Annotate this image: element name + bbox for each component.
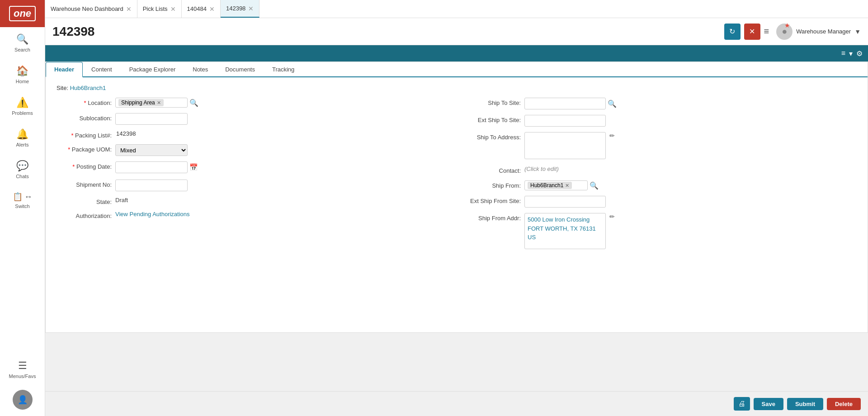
calendar-button[interactable]: 📅 bbox=[189, 163, 198, 171]
tab-142398-close[interactable]: ✕ bbox=[248, 5, 254, 12]
ship-from-addr-box[interactable]: 5000 Low Iron Crossing FORT WORTH, TX 76… bbox=[524, 213, 606, 249]
menu-icon: ☰ bbox=[18, 360, 27, 372]
main-content: Warehouse Neo Dashboard ✕ Pick Lists ✕ 1… bbox=[45, 0, 868, 416]
sidebar-item-home[interactable]: 🏠 Home bbox=[0, 59, 45, 90]
form-section-right: Ship To Site: 🔍 Ext Ship To Site: bbox=[466, 98, 857, 255]
shipment-no-label: Shipment No: bbox=[57, 180, 115, 188]
sublocation-input[interactable] bbox=[115, 113, 188, 125]
switch-icon1: 📋 bbox=[13, 192, 23, 202]
app-logo[interactable]: one bbox=[0, 0, 45, 27]
shipment-no-input[interactable] bbox=[115, 180, 188, 191]
ship-to-site-search[interactable]: 🔍 bbox=[608, 99, 617, 108]
authorization-control: View Pending Authorizations bbox=[115, 211, 448, 217]
ship-from-search-button[interactable]: 🔍 bbox=[590, 181, 599, 190]
tab-dashboard-label: Warehouse Neo Dashboard bbox=[51, 5, 123, 12]
teal-dropdown-button[interactable]: ▾ bbox=[849, 49, 853, 58]
tab-form-tracking[interactable]: Tracking bbox=[264, 62, 303, 77]
posting-date-input[interactable] bbox=[115, 161, 188, 173]
sidebar-item-chats[interactable]: 💬 Chats bbox=[0, 154, 45, 185]
avatar-circle[interactable]: 👤 bbox=[13, 390, 33, 410]
contact-row: Contact: (Click to edit) bbox=[466, 165, 857, 174]
authorization-label: Authorization: bbox=[57, 211, 115, 219]
tab-dashboard[interactable]: Warehouse Neo Dashboard ✕ bbox=[45, 0, 137, 18]
tab-form-notes[interactable]: Notes bbox=[184, 62, 217, 77]
state-control: Draft bbox=[115, 197, 448, 203]
ship-from-addr-edit[interactable]: ✏ bbox=[609, 213, 615, 220]
teal-list-button[interactable]: ≡ bbox=[841, 49, 845, 57]
content-area: Header Content Package Explorer Notes Do… bbox=[45, 61, 868, 391]
ship-from-label: Ship From: bbox=[466, 180, 524, 189]
location-tag-value: Shipping Area bbox=[121, 99, 155, 106]
shipment-no-row: Shipment No: bbox=[57, 180, 448, 191]
tab-form-content[interactable]: Content bbox=[83, 62, 121, 77]
warning-icon: ⚠️ bbox=[16, 97, 28, 109]
ship-to-address-box[interactable] bbox=[524, 132, 606, 159]
header-actions: ↻ ✕ ≡ ● ★ Warehouse Manager ▼ bbox=[724, 24, 861, 40]
location-tag-input[interactable]: Shipping Area ✕ bbox=[115, 98, 188, 108]
sidebar-item-problems[interactable]: ⚠️ Problems bbox=[0, 90, 45, 122]
location-tag-remove[interactable]: ✕ bbox=[157, 100, 161, 106]
user-dropdown-button[interactable]: ▼ bbox=[854, 28, 861, 35]
authorization-row: Authorization: View Pending Authorizatio… bbox=[57, 211, 448, 219]
tab-form-package-explorer-label: Package Explorer bbox=[129, 66, 176, 73]
menu-button[interactable]: ≡ bbox=[764, 26, 769, 37]
packing-list-row: Packing List#: 142398 bbox=[57, 130, 448, 139]
home-icon: 🏠 bbox=[16, 65, 28, 77]
teal-settings-button[interactable]: ⚙ bbox=[856, 49, 863, 58]
save-button[interactable]: Save bbox=[754, 398, 783, 410]
submit-button[interactable]: Submit bbox=[787, 398, 823, 410]
sidebar-item-switch-label-row: Switch bbox=[0, 203, 45, 215]
ship-to-address-label: Ship To Address: bbox=[466, 132, 524, 141]
ship-from-tag-input[interactable]: Hub6Branch1 ✕ bbox=[524, 180, 588, 190]
refresh-button[interactable]: ↻ bbox=[724, 24, 741, 40]
posting-date-label: Posting Date: bbox=[57, 161, 115, 170]
location-search-button[interactable]: 🔍 bbox=[189, 99, 198, 107]
tab-140484[interactable]: 140484 ✕ bbox=[182, 0, 221, 18]
star-icon: ★ bbox=[784, 22, 790, 29]
tab-form-header[interactable]: Header bbox=[46, 62, 83, 77]
contact-click-to-edit[interactable]: (Click to edit) bbox=[524, 165, 559, 172]
sidebar-item-chats-label: Chats bbox=[16, 174, 29, 179]
tab-form-documents[interactable]: Documents bbox=[217, 62, 264, 77]
ship-from-addr-control: 5000 Low Iron Crossing FORT WORTH, TX 76… bbox=[524, 213, 857, 249]
tab-dashboard-close[interactable]: ✕ bbox=[126, 6, 132, 12]
print-button[interactable]: 🖨 bbox=[734, 397, 750, 411]
ship-to-site-input[interactable] bbox=[524, 98, 606, 109]
bell-icon: 🔔 bbox=[16, 128, 28, 140]
sidebar-item-menus[interactable]: ☰ Menus/Favs bbox=[0, 354, 45, 383]
ext-ship-from-site-label: Ext Ship From Site: bbox=[466, 196, 524, 204]
location-row: Location: Shipping Area ✕ 🔍 bbox=[57, 98, 448, 108]
tab-form-notes-label: Notes bbox=[193, 66, 208, 73]
contact-label: Contact: bbox=[466, 165, 524, 174]
sidebar-item-alerts[interactable]: 🔔 Alerts bbox=[0, 122, 45, 154]
site-line: Site: Hub6Branch1 bbox=[57, 85, 857, 91]
tab-142398[interactable]: 142398 ✕ bbox=[221, 0, 259, 18]
tab-form-tracking-label: Tracking bbox=[272, 66, 294, 73]
switch-label-text: Switch bbox=[15, 203, 29, 209]
contact-control: (Click to edit) bbox=[524, 165, 857, 172]
site-label: Site: bbox=[57, 85, 68, 91]
tab-140484-close[interactable]: ✕ bbox=[209, 6, 215, 12]
tab-picklists-close[interactable]: ✕ bbox=[170, 6, 176, 12]
tab-form-package-explorer[interactable]: Package Explorer bbox=[121, 62, 184, 77]
tab-bar: Warehouse Neo Dashboard ✕ Pick Lists ✕ 1… bbox=[45, 0, 868, 18]
sublocation-label: Sublocation: bbox=[57, 113, 115, 122]
sidebar-item-search-label: Search bbox=[14, 47, 30, 52]
sidebar-item-search[interactable]: 🔍 Search bbox=[0, 27, 45, 59]
ship-to-site-label: Ship To Site: bbox=[466, 98, 524, 106]
ext-ship-to-site-input[interactable] bbox=[524, 115, 606, 127]
ship-from-tag-remove[interactable]: ✕ bbox=[565, 183, 569, 189]
package-uom-select[interactable]: Mixed Box Pallet Each bbox=[115, 144, 188, 156]
delete-button[interactable]: Delete bbox=[827, 398, 861, 410]
form-section-left: Location: Shipping Area ✕ 🔍 bbox=[57, 98, 448, 255]
ship-to-address-edit[interactable]: ✏ bbox=[609, 132, 615, 139]
close-button[interactable]: ✕ bbox=[744, 24, 760, 40]
sidebar-user-avatar[interactable]: 👤 bbox=[0, 383, 45, 416]
ship-from-addr-row: Ship From Addr: 5000 Low Iron Crossing F… bbox=[466, 213, 857, 249]
location-tag: Shipping Area ✕ bbox=[118, 99, 164, 106]
ext-ship-from-site-input[interactable] bbox=[524, 196, 606, 208]
site-link[interactable]: Hub6Branch1 bbox=[70, 85, 106, 91]
tab-picklists[interactable]: Pick Lists ✕ bbox=[137, 0, 182, 18]
tab-form-header-label: Header bbox=[54, 66, 74, 73]
authorization-link[interactable]: View Pending Authorizations bbox=[115, 211, 190, 217]
